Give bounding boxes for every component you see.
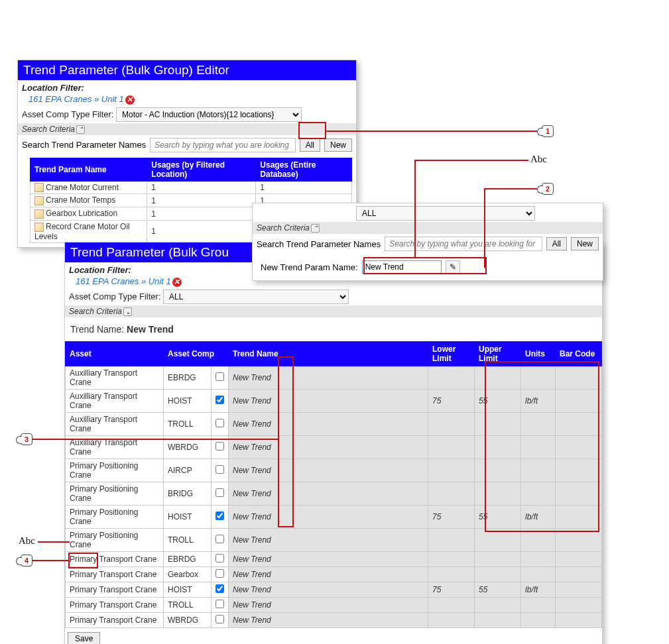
trend-name-value: New Trend: [127, 324, 174, 335]
expand-icon[interactable]: ⌄: [123, 307, 132, 316]
row-icon: [34, 183, 44, 192]
save-button[interactable]: Save: [68, 632, 100, 644]
collapse-icon[interactable]: ⌃: [76, 125, 85, 134]
search-label: Search Trend Parameter Names: [22, 140, 146, 150]
col-asset: Asset: [66, 341, 164, 366]
table-row: Primary Transport CraneWBRDGNew Trend: [66, 612, 602, 627]
row-checkbox[interactable]: [215, 569, 224, 578]
search-criteria-bar-2[interactable]: Search Criteria⌄: [65, 305, 602, 317]
callout-line-2h: [484, 188, 537, 189]
row-checkbox[interactable]: [215, 396, 224, 404]
frag-search-criteria-bar[interactable]: Search Criteria⌃: [253, 222, 603, 234]
close-icon[interactable]: ✕: [125, 95, 135, 105]
row-checkbox[interactable]: [215, 535, 224, 543]
callout-line-4: [30, 560, 69, 561]
table-row: Primary Transport CraneHOISTNew Trend755…: [66, 582, 602, 597]
table-row: Primary Transport CraneGearboxNew Trend: [66, 566, 602, 582]
callout-box-limits: [485, 361, 599, 532]
row-checkbox[interactable]: [215, 600, 224, 608]
row-checkbox[interactable]: [215, 419, 224, 427]
new-button[interactable]: New: [324, 138, 352, 152]
frag-search-label: Search Trend Parameter Names: [257, 239, 381, 249]
callout-badge-4: 4: [21, 555, 32, 566]
row-checkbox[interactable]: [215, 554, 224, 563]
frag-search-input[interactable]: [385, 237, 542, 251]
callout-box-new: [298, 122, 326, 139]
callout-box-checkbox-col: [278, 356, 294, 527]
row-checkbox[interactable]: [215, 584, 224, 593]
frag-new-button[interactable]: New: [571, 237, 599, 250]
row-checkbox[interactable]: [215, 511, 224, 520]
callout-badge-2: 2: [542, 183, 554, 195]
col-trend: Trend Name: [229, 341, 428, 366]
row-checkbox[interactable]: [215, 488, 224, 497]
breadcrumb-link-2[interactable]: Unit 1: [101, 94, 124, 104]
asset-comp-filter-row: Asset Comp Type Filter: Motor - AC Induc…: [18, 106, 356, 123]
callout-line-1: [326, 131, 537, 132]
callout-badge-3: 3: [21, 433, 32, 445]
col-usage-loc: Usages (by Filtered Location): [147, 158, 256, 181]
callout-line-3: [30, 439, 278, 440]
new-name-label: New Trend Param Name:: [261, 262, 358, 272]
frag-all-button[interactable]: All: [546, 237, 567, 250]
collapse-icon-2[interactable]: ⌃: [311, 224, 320, 233]
row-icon: [34, 196, 44, 205]
callout-box-save: [68, 553, 98, 568]
callout-box-newname: [363, 257, 487, 274]
frag-filter-select[interactable]: ALL: [356, 206, 535, 221]
callout-line-abc-h: [414, 160, 528, 161]
col-low: Lower Limit: [428, 341, 475, 366]
row-icon: [34, 209, 44, 219]
row-checkbox[interactable]: [215, 615, 224, 623]
callout-label-abc-2: Abc: [19, 535, 35, 547]
breadcrumb2-link-2[interactable]: Unit 1: [149, 276, 171, 286]
col-comp: Asset Comp: [164, 341, 229, 366]
asset-comp-filter-select[interactable]: Motor - AC Induction (Motors){12 locatio…: [116, 107, 302, 122]
callout-badge-1: 1: [542, 125, 554, 137]
location-filter-label: Location Filter:: [18, 81, 356, 94]
table-row[interactable]: Crane Motor Current11: [30, 181, 352, 194]
callout-line-abc2: [38, 541, 70, 543]
callout-label-abc-1: Abc: [530, 154, 547, 165]
search-input[interactable]: [150, 138, 296, 152]
asset-comp-filter-label-2: Asset Comp Type Filter:: [69, 292, 160, 301]
row-checkbox[interactable]: [215, 372, 224, 381]
close-icon-2[interactable]: ✕: [172, 278, 182, 287]
breadcrumb-link-1[interactable]: 161 EPA Cranes: [29, 94, 91, 104]
asset-comp-filter-label: Asset Comp Type Filter:: [22, 109, 113, 119]
all-button[interactable]: All: [300, 138, 320, 152]
row-icon: [34, 223, 44, 232]
row-checkbox[interactable]: [215, 442, 224, 451]
trend-name-row: Trend Name: New Trend: [65, 317, 602, 341]
row-checkbox[interactable]: [215, 465, 224, 474]
callout-line-2v: [484, 188, 485, 268]
table-row: Primary Transport CraneTROLLNew Trend: [66, 597, 602, 612]
asset-comp-filter-select-2[interactable]: ALL: [163, 290, 349, 304]
breadcrumb: 161 EPA Cranes » Unit 1✕: [18, 94, 356, 106]
callout-line-abc-v: [414, 160, 416, 258]
col-trend-name: Trend Param Name: [30, 158, 147, 181]
breadcrumb2-link-1[interactable]: 161 EPA Cranes: [76, 276, 139, 286]
panel1-title: Trend Parameter (Bulk Group) Editor: [18, 60, 356, 80]
col-usage-db: Usages (Entire Database): [256, 158, 352, 181]
table-row: Primary Transport CraneEBRDGNew Trend: [66, 551, 602, 566]
